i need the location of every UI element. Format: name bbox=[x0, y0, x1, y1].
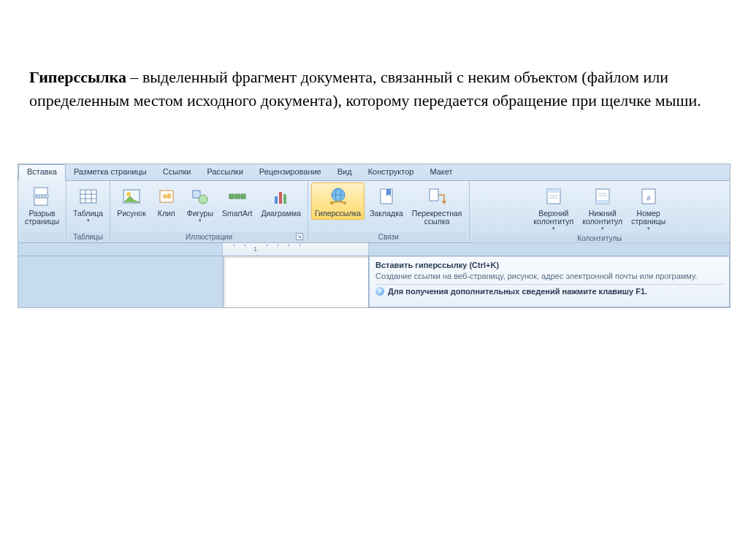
smartart-button[interactable]: SmartArt bbox=[218, 183, 256, 220]
svg-rect-20 bbox=[275, 196, 278, 204]
tooltip-footer: ? Для получения дополнительных сведений … bbox=[375, 284, 723, 296]
ribbon-tabs: Вставка Разметка страницы Ссылки Рассылк… bbox=[18, 164, 730, 181]
svg-point-14 bbox=[199, 195, 207, 204]
group-header-footer: Верхний колонтитул ▾ Нижний колонтитул ▾… bbox=[470, 181, 730, 242]
tab-page-layout[interactable]: Разметка страницы bbox=[66, 164, 155, 180]
hyperlink-icon bbox=[327, 185, 350, 208]
bookmark-button[interactable]: Закладка bbox=[366, 183, 407, 220]
svg-rect-16 bbox=[235, 194, 240, 199]
page-number-icon: # bbox=[637, 185, 660, 208]
bookmark-icon bbox=[375, 185, 398, 208]
svg-rect-22 bbox=[283, 194, 286, 204]
group-links-label: Связи bbox=[311, 232, 466, 242]
picture-icon bbox=[120, 185, 143, 208]
svg-point-9 bbox=[126, 192, 131, 196]
svg-rect-3 bbox=[80, 190, 96, 203]
document-area: Вставить гиперссылку (Ctrl+K) Создание с… bbox=[18, 256, 730, 307]
word-ribbon-screenshot: Вставка Разметка страницы Ссылки Рассылк… bbox=[18, 164, 730, 308]
dropdown-icon: ▾ bbox=[601, 226, 604, 231]
svg-rect-21 bbox=[279, 192, 282, 204]
svg-rect-30 bbox=[430, 189, 438, 201]
svg-point-11 bbox=[163, 194, 167, 199]
tab-mailings[interactable]: Рассылки bbox=[199, 164, 251, 180]
svg-marker-31 bbox=[442, 201, 446, 204]
group-tables-label: Таблицы bbox=[69, 232, 107, 242]
document-page[interactable] bbox=[223, 256, 369, 307]
ruler-row: 1 bbox=[18, 243, 730, 256]
svg-rect-12 bbox=[167, 193, 171, 199]
hyperlink-tooltip: Вставить гиперссылку (Ctrl+K) Создание с… bbox=[369, 256, 730, 307]
chart-button[interactable]: Диаграмма bbox=[257, 183, 305, 220]
hyperlink-button[interactable]: Гиперссылка bbox=[311, 183, 365, 220]
svg-rect-1 bbox=[34, 198, 47, 205]
group-illustrations-label: Иллюстрации↘ bbox=[113, 232, 305, 242]
page-number-button[interactable]: # Номер страницы ▾ bbox=[627, 183, 669, 234]
svg-point-27 bbox=[343, 202, 346, 204]
tab-view[interactable]: Вид bbox=[329, 164, 360, 180]
tab-layout[interactable]: Макет bbox=[421, 164, 460, 180]
cross-reference-icon bbox=[425, 185, 449, 208]
table-button[interactable]: Таблица ▾ bbox=[69, 183, 107, 226]
footer-icon bbox=[591, 185, 614, 208]
svg-point-26 bbox=[330, 202, 333, 204]
table-icon bbox=[77, 185, 100, 208]
dropdown-icon: ▾ bbox=[87, 218, 90, 223]
smartart-icon bbox=[226, 185, 249, 208]
picture-button[interactable]: Рисунок bbox=[113, 183, 150, 220]
tooltip-title: Вставить гиперссылку (Ctrl+K) bbox=[375, 261, 723, 269]
term-bold: Гиперссылка bbox=[29, 68, 126, 86]
page-break-icon bbox=[30, 185, 53, 208]
tab-references[interactable]: Ссылки bbox=[155, 164, 199, 180]
help-icon: ? bbox=[375, 287, 384, 296]
footer-button[interactable]: Нижний колонтитул ▾ bbox=[579, 183, 626, 234]
definition-paragraph: Гиперссылка – выделенный фрагмент докуме… bbox=[0, 0, 748, 112]
clip-button[interactable]: Клип bbox=[151, 183, 182, 220]
tab-design[interactable]: Конструктор bbox=[360, 164, 422, 180]
dropdown-icon: ▾ bbox=[552, 226, 555, 231]
svg-rect-33 bbox=[547, 189, 560, 193]
shapes-button[interactable]: Фигуры ▾ bbox=[183, 183, 217, 226]
horizontal-ruler[interactable]: 1 bbox=[223, 243, 369, 256]
svg-text:#: # bbox=[646, 193, 651, 202]
svg-rect-15 bbox=[229, 194, 234, 199]
svg-rect-13 bbox=[193, 191, 200, 198]
svg-rect-37 bbox=[596, 200, 609, 204]
page-break-button[interactable]: Разрыв страницы bbox=[21, 183, 63, 228]
group-header-footer-label: Колонтитулы bbox=[473, 234, 727, 244]
cross-reference-button[interactable]: Перекрестная ссылка bbox=[408, 183, 466, 228]
group-links: Гиперссылка Закладка Перекрестная ссылка… bbox=[308, 181, 470, 242]
svg-rect-17 bbox=[241, 194, 245, 199]
clip-icon bbox=[155, 185, 178, 208]
ribbon-body: Разрыв страницы Таблица ▾ Таблицы bbox=[18, 181, 730, 243]
group-illustrations: Рисунок Клип Фигуры ▾ bbox=[110, 181, 308, 242]
dropdown-icon: ▾ bbox=[199, 218, 202, 223]
term-rest: – выделенный фрагмент документа, связанн… bbox=[29, 68, 701, 110]
dialog-launcher-icon[interactable]: ↘ bbox=[296, 233, 303, 240]
tooltip-body: Создание ссылки на веб-страницу, рисунок… bbox=[375, 272, 723, 281]
header-button[interactable]: Верхний колонтитул ▾ bbox=[530, 183, 577, 234]
header-icon bbox=[542, 185, 565, 208]
chart-icon bbox=[270, 185, 293, 208]
dropdown-icon: ▾ bbox=[647, 226, 650, 231]
tab-review[interactable]: Рецензирование bbox=[251, 164, 329, 180]
tab-insert[interactable]: Вставка bbox=[18, 164, 66, 181]
svg-rect-0 bbox=[34, 188, 47, 195]
group-pages: Разрыв страницы bbox=[18, 181, 66, 242]
group-tables: Таблица ▾ Таблицы bbox=[66, 181, 110, 242]
shapes-icon bbox=[188, 185, 212, 208]
